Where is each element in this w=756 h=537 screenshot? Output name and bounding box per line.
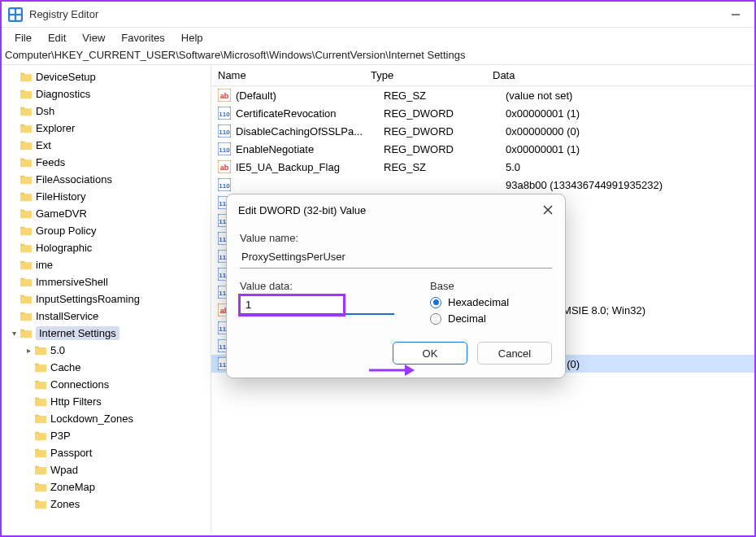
tree-item[interactable]: GameDVR (3, 205, 209, 222)
menu-view[interactable]: View (74, 29, 113, 46)
app-icon (8, 7, 23, 22)
dialog-close-button[interactable] (541, 203, 555, 217)
menu-edit[interactable]: Edit (40, 29, 74, 46)
tree-item[interactable]: ZoneMap (3, 478, 209, 496)
radio-decimal[interactable]: Decimal (430, 312, 552, 325)
value-name-field: ProxySettingsPerUser (240, 247, 552, 268)
tree-item[interactable]: Cache (3, 359, 209, 376)
tree-item[interactable]: Feeds (3, 154, 209, 171)
svg-rect-2 (16, 9, 21, 14)
folder-icon (20, 157, 33, 168)
string-value-icon (218, 89, 231, 102)
radio-icon (430, 313, 441, 325)
tree-item-label: GameDVR (36, 207, 87, 220)
tree-item[interactable]: Http Filters (3, 393, 209, 410)
menu-file[interactable]: File (7, 29, 40, 46)
folder-icon (20, 123, 33, 134)
tree-item-label: Http Filters (50, 395, 102, 408)
tree-item-label: Dsh (36, 105, 54, 117)
value-type: REG_SZ (384, 90, 506, 102)
tree-item[interactable]: Dsh (3, 103, 209, 120)
folder-icon (34, 465, 47, 476)
tree-item[interactable]: Zones (3, 496, 209, 513)
col-header-type[interactable]: Type (371, 69, 493, 81)
tree-item[interactable]: InputSettingsRoaming (3, 290, 209, 308)
folder-icon (34, 379, 47, 391)
folder-icon (20, 225, 33, 237)
tree-item-label: Explorer (36, 122, 75, 134)
tree-item[interactable]: ▾Internet Settings (3, 325, 209, 342)
svg-rect-1 (10, 9, 15, 14)
menu-favorites[interactable]: Favorites (113, 29, 172, 46)
folder-icon (34, 413, 47, 425)
value-data: 0x00000000 (0) (506, 125, 754, 138)
tree-item[interactable]: ime (3, 256, 209, 273)
chevron-icon: ▾ (8, 329, 20, 338)
registry-tree[interactable]: DeviceSetupDiagnosticsDshExplorerExtFeed… (2, 65, 211, 532)
value-row[interactable]: IE5_UA_Backup_FlagREG_SZ5.0 (211, 158, 754, 176)
value-row[interactable]: CertificateRevocationREG_DWORD0x00000001… (211, 104, 754, 122)
tree-item-label: Connections (50, 378, 109, 391)
value-type: REG_SZ (384, 161, 506, 173)
folder-icon (20, 106, 33, 117)
value-data: 5.0 (506, 161, 754, 173)
folder-icon (20, 294, 33, 305)
tree-item-label: Group Policy (36, 225, 96, 237)
dialog-title: Edit DWORD (32-bit) Value (238, 204, 541, 216)
tree-item[interactable]: InstallService (3, 308, 209, 325)
tree-item[interactable]: FileHistory (3, 188, 209, 205)
dword-value-icon (218, 178, 231, 191)
svg-rect-3 (10, 15, 15, 20)
value-data: 93a8b00 (133436744991935232) (506, 179, 754, 191)
tree-item-label: Cache (50, 361, 81, 373)
tree-item[interactable]: P3P (3, 427, 209, 444)
window-minimize-button[interactable] (723, 5, 748, 24)
tree-item-label: Holographic (36, 242, 92, 254)
tree-item[interactable]: ImmersiveShell (3, 273, 209, 290)
tree-item[interactable]: Ext (3, 137, 209, 154)
folder-icon (20, 191, 33, 203)
folder-icon (20, 72, 33, 83)
list-header: Name Type Data (211, 65, 754, 86)
dword-value-icon (218, 124, 231, 138)
value-data-label: Value data: (240, 280, 407, 292)
value-row[interactable]: DisableCachingOfSSLPa...REG_DWORD0x00000… (211, 122, 754, 140)
tree-item[interactable]: Wpad (3, 461, 209, 478)
ok-button[interactable]: OK (393, 342, 467, 365)
tree-item-label: ZoneMap (50, 481, 95, 493)
dword-value-icon (218, 107, 231, 120)
radio-hexadecimal[interactable]: Hexadecimal (430, 296, 552, 308)
tree-item-label: ime (36, 259, 53, 271)
col-header-data[interactable]: Data (493, 69, 754, 81)
value-data: (value not set) (506, 90, 754, 102)
dword-value-icon (218, 142, 231, 155)
folder-icon (20, 242, 33, 254)
tree-item[interactable]: Passport (3, 444, 209, 461)
tree-item[interactable]: FileAssociations (3, 171, 209, 188)
tree-item[interactable]: Diagnostics (3, 85, 209, 103)
tree-item-label: Wpad (50, 464, 78, 476)
tree-item[interactable]: DeviceSetup (3, 68, 209, 85)
folder-icon (20, 174, 33, 186)
window-titlebar: Registry Editor (2, 2, 754, 28)
tree-item[interactable]: ▸5.0 (3, 342, 209, 359)
value-type: REG_DWORD (384, 143, 506, 155)
tree-item[interactable]: Connections (3, 376, 209, 393)
value-row[interactable]: 93a8b00 (133436744991935232) (211, 176, 754, 194)
value-type: REG_DWORD (384, 125, 506, 138)
value-row[interactable]: EnableNegotiateREG_DWORD0x00000001 (1) (211, 140, 754, 158)
tree-item[interactable]: Lockdown_Zones (3, 410, 209, 427)
tree-item[interactable]: Group Policy (3, 222, 209, 239)
value-data-input[interactable] (240, 295, 344, 315)
folder-icon (34, 499, 47, 510)
tree-item-label: InputSettingsRoaming (36, 293, 140, 305)
tree-item[interactable]: Explorer (3, 120, 209, 137)
menu-help[interactable]: Help (173, 29, 211, 46)
value-row[interactable]: (Default)REG_SZ(value not set) (211, 86, 754, 104)
tree-item[interactable]: Holographic (3, 239, 209, 256)
col-header-name[interactable]: Name (211, 69, 371, 81)
cancel-button[interactable]: Cancel (477, 342, 552, 365)
value-name-label: Value name: (240, 232, 552, 244)
address-bar[interactable]: Computer\HKEY_CURRENT_USER\Software\Micr… (2, 47, 754, 65)
folder-icon (20, 89, 33, 100)
